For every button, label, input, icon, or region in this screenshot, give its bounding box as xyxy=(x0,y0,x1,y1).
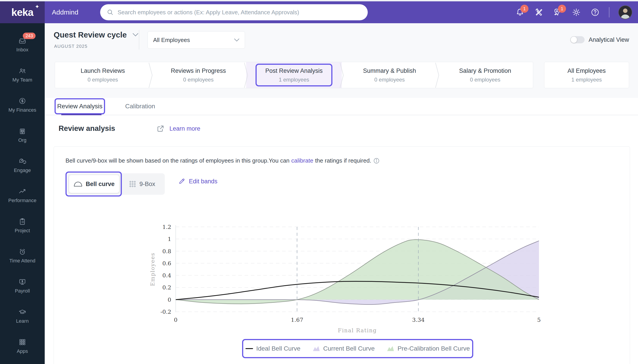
topbar-icons: 1 1 xyxy=(515,1,632,23)
help-button[interactable] xyxy=(590,7,600,17)
sidebar-item-project[interactable]: Project xyxy=(0,210,45,240)
header-divider xyxy=(139,30,139,50)
notifications-badge: 1 xyxy=(520,5,528,13)
notifications-button[interactable]: 1 xyxy=(515,7,525,17)
logo-sparkle-icon: ✦ xyxy=(35,4,39,10)
svg-text:0.4: 0.4 xyxy=(162,272,171,279)
svg-text:Final Rating: Final Rating xyxy=(338,328,377,334)
sidebar-item-learn[interactable]: Learn xyxy=(0,301,45,331)
graduation-cap-icon xyxy=(18,308,26,316)
line-swatch-icon xyxy=(245,348,253,350)
cycle-title-text: Quest Review cycle xyxy=(54,30,127,39)
app-root: keka✦ Addmind 1 1 xyxy=(0,0,638,364)
svg-text:0.2: 0.2 xyxy=(162,284,171,291)
info-icon[interactable] xyxy=(373,158,380,164)
stage-summary-publish[interactable]: Summary & Publish 0 employees xyxy=(342,62,438,88)
org-name: Addmind xyxy=(52,1,78,23)
stage-arrow-icon xyxy=(339,62,344,88)
chevron-down-icon xyxy=(133,33,138,36)
tab-calibration[interactable]: Calibration xyxy=(125,98,155,115)
sidebar-item-time-attend[interactable]: Time Attend xyxy=(0,240,45,271)
legend-pre-calibration-bell-curve[interactable]: Pre-Calibration Bell Curve xyxy=(387,345,470,352)
stage-salary-promotion[interactable]: Salary & Promotion 0 employees xyxy=(437,62,533,88)
svg-text:0: 0 xyxy=(174,317,177,323)
tabs-row: Review Analysis Calibration xyxy=(45,98,638,115)
all-employees-card[interactable]: All Employees 1 employees xyxy=(544,62,629,88)
sidebar-item-engage[interactable]: Engage xyxy=(0,150,45,180)
bell-curve-icon xyxy=(74,181,83,187)
review-cycle-dropdown[interactable]: Quest Review cycle xyxy=(54,30,138,39)
global-search[interactable] xyxy=(100,4,368,20)
logo-text: keka xyxy=(12,6,33,18)
bell-curve-button[interactable]: Bell curve xyxy=(69,175,119,193)
stage-post-review-analysis[interactable]: Post Review Analysis 1 employees xyxy=(246,62,342,88)
whats-new-button[interactable]: 1 xyxy=(553,7,562,17)
learn-more-link[interactable]: Learn more xyxy=(156,124,200,133)
svg-text:5: 5 xyxy=(537,317,541,323)
alarm-clock-icon xyxy=(18,248,26,256)
sidebar-item-my-team[interactable]: My Team xyxy=(0,60,45,90)
svg-text:Employees: Employees xyxy=(150,252,156,286)
svg-text:-0.2: -0.2 xyxy=(161,308,171,315)
user-avatar[interactable] xyxy=(618,5,632,19)
stage-launch-reviews[interactable]: Launch Reviews 0 employees xyxy=(55,62,151,88)
edit-bands-button[interactable]: Edit bands xyxy=(178,178,217,185)
analytical-view-control: Analytical View xyxy=(570,36,629,43)
tools-button[interactable] xyxy=(534,7,544,17)
search-icon xyxy=(107,9,114,16)
apps-grid-icon xyxy=(18,338,26,346)
clipboard-icon xyxy=(18,218,26,226)
tab-content: Review analysis Learn more Bell curve/9-… xyxy=(45,115,638,364)
sidebar-item-org[interactable]: Org xyxy=(0,120,45,150)
settings-button[interactable] xyxy=(571,7,581,17)
svg-text:1: 1 xyxy=(168,236,171,242)
nine-box-grid-icon xyxy=(129,180,136,188)
cycle-period: AUGUST 2025 xyxy=(54,44,88,49)
pencil-icon xyxy=(178,178,185,185)
svg-text:0: 0 xyxy=(168,296,171,303)
bell-curve-chart: -0.200.20.40.60.811.201.673.345Employees… xyxy=(148,222,550,335)
gear-icon xyxy=(572,8,581,17)
svg-text:1.2: 1.2 xyxy=(162,224,171,230)
sidebar-item-performance[interactable]: Performance xyxy=(0,180,45,210)
active-stage-highlight-ring xyxy=(255,64,333,86)
sidebar-nav: 243 Inbox My Team My Finances Org Engage… xyxy=(0,23,45,364)
calibrate-link[interactable]: calibrate xyxy=(291,157,313,164)
chart-type-segmented-control: Bell curve 9-Box xyxy=(67,173,165,195)
search-input[interactable] xyxy=(118,9,361,16)
building-icon xyxy=(18,127,26,135)
nine-box-button[interactable]: 9-Box xyxy=(121,175,163,193)
area-swatch-icon xyxy=(387,346,394,352)
analytical-view-toggle[interactable] xyxy=(570,36,584,43)
panel-description: Bell curve/9-box will be shown based on … xyxy=(66,157,380,164)
legend-current-bell-curve[interactable]: Current Bell Curve xyxy=(312,345,375,352)
stage-arrow-icon xyxy=(435,62,440,88)
keka-logo[interactable]: keka✦ xyxy=(0,1,45,23)
area-swatch-icon xyxy=(312,346,320,352)
review-stage-pipeline: Launch Reviews 0 employees Reviews in Pr… xyxy=(55,62,533,88)
tab-review-analysis[interactable]: Review Analysis xyxy=(55,98,105,114)
chevron-down-icon xyxy=(234,38,239,42)
svg-text:3.34: 3.34 xyxy=(412,317,425,323)
employee-group-select[interactable]: All Employees xyxy=(148,31,245,49)
sidebar-item-inbox[interactable]: 243 Inbox xyxy=(0,30,45,60)
sidebar-item-payroll[interactable]: Payroll xyxy=(0,271,45,301)
stage-reviews-in-progress[interactable]: Reviews in Progress 0 employees xyxy=(151,62,246,88)
top-navigation-bar: keka✦ Addmind 1 1 xyxy=(0,1,638,23)
sidebar-item-my-finances[interactable]: My Finances xyxy=(0,90,45,120)
svg-text:0.6: 0.6 xyxy=(162,260,171,267)
legend-ideal-bell-curve[interactable]: Ideal Bell Curve xyxy=(245,345,300,352)
tools-icon xyxy=(534,8,543,17)
svg-text:1.67: 1.67 xyxy=(291,317,303,323)
payroll-monitor-icon xyxy=(18,278,26,286)
section-title: Review analysis xyxy=(59,124,115,133)
sidebar-item-apps[interactable]: Apps xyxy=(0,331,45,361)
whats-new-badge: 1 xyxy=(558,5,566,13)
chart-legend: Ideal Bell Curve Current Bell Curve Pre-… xyxy=(242,339,473,358)
stage-arrow-icon xyxy=(244,62,249,88)
help-icon xyxy=(591,8,599,17)
team-icon xyxy=(18,67,26,75)
inbox-badge: 243 xyxy=(23,32,36,39)
svg-text:0.8: 0.8 xyxy=(162,248,171,254)
toggle-knob xyxy=(571,36,577,43)
